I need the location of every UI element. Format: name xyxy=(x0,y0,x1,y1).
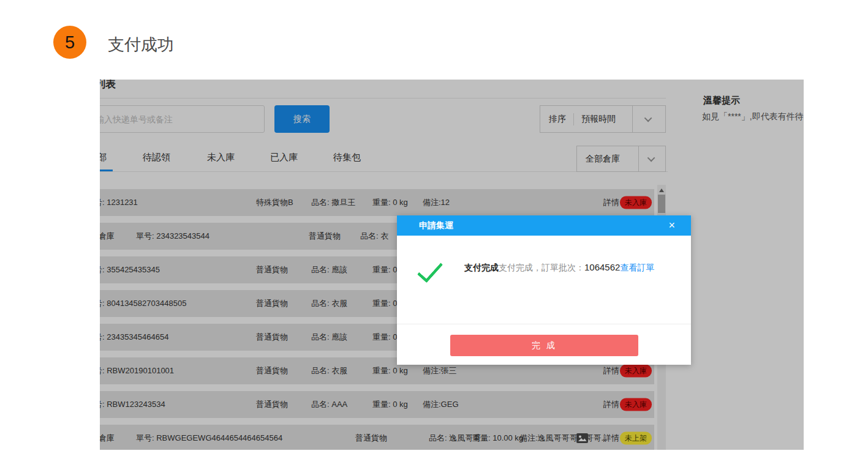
close-icon[interactable]: × xyxy=(668,219,675,231)
modal-header: 申請集運 × xyxy=(397,215,691,236)
payment-result-title: 支付完成 xyxy=(464,263,499,272)
payment-result-text: 支付完成，訂單批次： xyxy=(499,263,584,272)
step-number: 5 xyxy=(65,32,75,53)
success-check-icon xyxy=(417,256,443,283)
order-batch-number: 1064562 xyxy=(584,262,620,272)
step-title: 支付成功 xyxy=(108,34,174,56)
app-screenshot: 列表 搜索 排序 預報時間 全部待認領未入庫已入庫待集包 全部倉庫 單号: 12… xyxy=(100,80,804,450)
step-number-badge: 5 xyxy=(53,26,86,59)
view-order-link[interactable]: 查看訂單 xyxy=(620,263,654,272)
modal-title: 申請集運 xyxy=(419,220,453,231)
done-button[interactable]: 完 成 xyxy=(450,335,638,356)
consolidation-modal: 申請集運 × 支付完成支付完成，訂單批次：1064562查看訂單 完 成 xyxy=(397,215,691,365)
payment-result-line: 支付完成支付完成，訂單批次：1064562查看訂單 xyxy=(464,262,654,274)
divider xyxy=(397,324,691,324)
